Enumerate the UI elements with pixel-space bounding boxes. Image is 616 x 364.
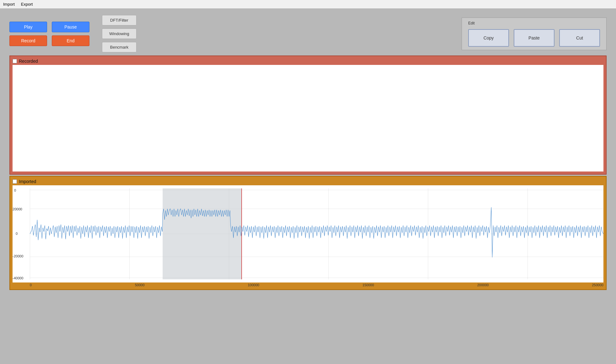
playback-row: Play Pause	[9, 22, 89, 32]
menu-import[interactable]: Import	[3, 2, 15, 7]
record-row: Record End	[9, 35, 89, 46]
dft-filter-button[interactable]: DFT/Filter	[102, 15, 137, 25]
play-button[interactable]: Play	[9, 22, 47, 32]
x-label-250000: 250000	[592, 283, 603, 287]
middle-buttons: DFT/Filter Windowing Bencmark	[102, 15, 137, 52]
pause-button[interactable]: Pause	[52, 22, 89, 32]
toolbar: Play Pause Record End DFT/Filter Windowi…	[9, 15, 607, 52]
x-label-0: 0	[30, 283, 32, 287]
windowing-button[interactable]: Windowing	[102, 29, 137, 39]
svg-text:-40000: -40000	[13, 276, 23, 280]
svg-rect-17	[163, 188, 242, 279]
recorded-header: Recorded	[13, 59, 603, 64]
imported-checkbox[interactable]	[13, 179, 17, 184]
main-content: Play Pause Record End DFT/Filter Windowi…	[0, 9, 616, 364]
record-button[interactable]: Record	[9, 35, 47, 46]
imported-chart: 0 20000 0 -20000 -40000	[13, 185, 603, 282]
edit-label: Edit	[468, 21, 600, 25]
x-label-100000: 100000	[248, 283, 259, 287]
svg-text:20000: 20000	[13, 207, 22, 211]
cut-button[interactable]: Cut	[559, 29, 600, 47]
svg-text:-20000: -20000	[13, 254, 23, 258]
x-label-150000: 150000	[362, 283, 374, 287]
x-label-200000: 200000	[477, 283, 489, 287]
svg-text:0: 0	[14, 188, 16, 192]
imported-panel: Imported 0 20000 0 -20000 -40000	[9, 176, 607, 290]
paste-button[interactable]: Paste	[514, 29, 554, 47]
toolbar-left: Play Pause Record End	[9, 22, 89, 46]
imported-header: Imported	[13, 179, 603, 184]
end-button[interactable]: End	[52, 35, 89, 46]
imported-title: Imported	[19, 179, 36, 184]
recorded-panel: Recorded	[9, 55, 607, 175]
x-label-50000: 50000	[135, 283, 145, 287]
recorded-title: Recorded	[19, 59, 38, 64]
waveform-section: Recorded Imported 0 20000 0 -20000 -4000…	[9, 55, 607, 290]
waveform-svg: 0 20000 0 -20000 -40000	[13, 185, 603, 282]
menu-bar: Import Export	[0, 0, 616, 9]
recorded-checkbox[interactable]	[13, 59, 17, 63]
svg-text:0: 0	[16, 232, 18, 235]
waveform-path	[30, 207, 603, 257]
x-axis-labels: 0 50000 100000 150000 200000 250000	[13, 283, 603, 287]
menu-export[interactable]: Export	[21, 2, 33, 7]
copy-button[interactable]: Copy	[468, 29, 509, 47]
benchmark-button[interactable]: Bencmark	[102, 42, 137, 52]
edit-buttons: Copy Paste Cut	[468, 29, 600, 47]
edit-group: Edit Copy Paste Cut	[462, 18, 607, 50]
recorded-waveform	[13, 65, 603, 171]
